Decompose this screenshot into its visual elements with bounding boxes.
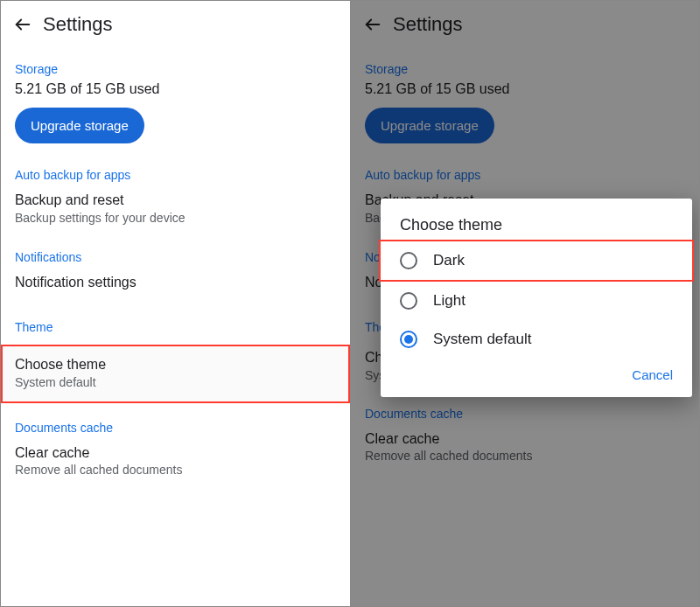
upgrade-storage-button[interactable]: Upgrade storage (365, 108, 494, 143)
section-theme: Theme (1, 292, 350, 339)
section-backup-label: Auto backup for apps (15, 168, 336, 187)
clear-cache-sub: Remove all cached documents (365, 448, 685, 464)
screenshot-container: Settings Storage 5.21 GB of 15 GB used U… (0, 0, 700, 607)
upgrade-storage-button[interactable]: Upgrade storage (15, 108, 144, 143)
section-cache: Documents cache Clear cache Remove all c… (351, 394, 699, 464)
theme-option-dark[interactable]: Dark (379, 240, 694, 282)
dialog-title: Choose theme (381, 216, 692, 240)
storage-usage: 5.21 GB of 15 GB used (351, 81, 699, 108)
radio-checked-icon (400, 331, 417, 348)
section-cache: Documents cache Clear cache Remove all c… (1, 403, 350, 478)
radio-icon (400, 252, 417, 269)
clear-cache-item[interactable]: Clear cache Remove all cached documents (365, 426, 685, 464)
section-backup-label: Auto backup for apps (365, 168, 685, 187)
section-notifications-label: Notifications (15, 250, 336, 269)
clear-cache-item[interactable]: Clear cache Remove all cached documents (15, 440, 336, 478)
app-bar: Settings (1, 1, 350, 45)
theme-option-system-default[interactable]: System default (381, 320, 692, 359)
section-backup: Auto backup for apps Backup and reset Ba… (1, 143, 350, 226)
notification-settings-title: Notification settings (15, 273, 336, 292)
section-cache-label: Documents cache (15, 421, 336, 440)
section-cache-label: Documents cache (365, 407, 685, 426)
app-bar-right: Settings (351, 1, 699, 45)
section-notifications: Notifications Notification settings (1, 226, 350, 292)
theme-option-system-label: System default (433, 331, 531, 348)
dialog-actions: Cancel (381, 359, 692, 390)
pane-left: Settings Storage 5.21 GB of 15 GB used U… (1, 1, 350, 606)
back-icon[interactable] (363, 15, 382, 34)
choose-theme-dialog: Choose theme Dark Light System default C… (381, 199, 692, 397)
back-icon[interactable] (13, 15, 32, 34)
theme-option-light-label: Light (433, 292, 466, 310)
notification-settings-item[interactable]: Notification settings (15, 269, 336, 292)
theme-option-dark-label: Dark (433, 252, 465, 269)
backup-reset-item[interactable]: Backup and reset Backup settings for you… (15, 187, 336, 226)
backup-reset-title: Backup and reset (15, 191, 336, 210)
choose-theme-title: Choose theme (15, 355, 336, 374)
section-storage: Storage (351, 62, 699, 81)
clear-cache-sub: Remove all cached documents (15, 462, 336, 478)
clear-cache-title: Clear cache (365, 429, 685, 449)
pane-right: Settings Storage 5.21 GB of 15 GB used U… (350, 1, 699, 606)
choose-theme-sub: System default (15, 374, 336, 391)
section-theme-label: Theme (15, 320, 336, 339)
page-title: Settings (393, 13, 463, 36)
theme-option-light[interactable]: Light (381, 282, 692, 320)
storage-usage: 5.21 GB of 15 GB used (1, 81, 350, 108)
backup-reset-sub: Backup settings for your device (15, 210, 336, 227)
cancel-button[interactable]: Cancel (632, 367, 673, 382)
section-storage: Storage (1, 62, 350, 81)
choose-theme-item[interactable]: Choose theme System default (1, 345, 350, 402)
page-title: Settings (43, 13, 113, 36)
content-left: Storage 5.21 GB of 15 GB used Upgrade st… (1, 45, 350, 478)
radio-icon (400, 292, 417, 310)
clear-cache-title: Clear cache (15, 443, 336, 463)
